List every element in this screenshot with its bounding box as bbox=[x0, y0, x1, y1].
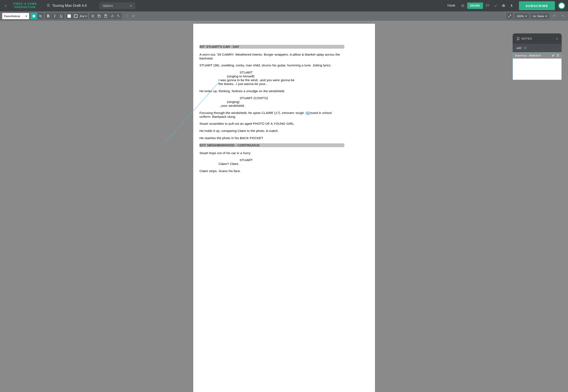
zoom-dropdown[interactable]: 100% ▼ bbox=[514, 13, 529, 19]
workspace[interactable]: INT. STUART'S CAR - DAY A worn-out, '93 … bbox=[0, 21, 568, 392]
scene-numbers-dropdown[interactable]: #s: None ▼ bbox=[531, 13, 549, 19]
document-icon bbox=[47, 4, 50, 8]
action-text[interactable]: He looks up, thinking. Notices a smudge … bbox=[200, 89, 344, 93]
avatar[interactable] bbox=[558, 2, 565, 9]
parenthetical[interactable]: (singing to himself) bbox=[227, 74, 291, 78]
action-text[interactable]: Stuart hops out of his car in a hurry. bbox=[200, 151, 344, 155]
zoom-label: 100% bbox=[517, 14, 524, 18]
chevron-down-icon: ▼ bbox=[525, 15, 527, 17]
tag-tool-button[interactable] bbox=[31, 13, 37, 19]
brand[interactable]: VIDEO & GAME PRODUCTION bbox=[10, 2, 40, 9]
dialogue[interactable]: Claire? Claire. bbox=[219, 162, 297, 166]
action-text[interactable]: A worn-out, '93 CAMRY. Weathered interio… bbox=[200, 53, 344, 60]
plus-circle-icon bbox=[523, 46, 527, 50]
paste-button[interactable] bbox=[102, 13, 109, 19]
highlight-color-button[interactable] bbox=[66, 13, 72, 19]
notes-header[interactable]: NOTES › bbox=[513, 33, 562, 44]
add-label: add bbox=[516, 46, 521, 50]
top-bar: ‹ VIDEO & GAME PRODUCTION Touring Man Dr… bbox=[0, 0, 568, 11]
script-page[interactable]: INT. STUART'S CAR - DAY A worn-out, '93 … bbox=[193, 24, 375, 392]
options-dropdown[interactable]: Options ▼ bbox=[99, 2, 135, 9]
notes-panel: NOTES › add Shant Kiraz - 06/06/2019 bbox=[513, 33, 562, 80]
action-span: Focusing through the windshield, he spot… bbox=[200, 111, 332, 118]
find-replace-button[interactable] bbox=[109, 13, 115, 19]
download-icon[interactable] bbox=[508, 2, 515, 9]
pencil-icon[interactable] bbox=[552, 54, 554, 57]
add-note-button[interactable]: add bbox=[513, 44, 562, 52]
note-card-header: Shant Kiraz - 06/06/2019 bbox=[513, 52, 561, 58]
comment-icon[interactable] bbox=[484, 2, 491, 9]
pounds-label: #s: None bbox=[533, 14, 544, 18]
back-button[interactable]: ‹ bbox=[2, 2, 10, 10]
action-text[interactable]: STUART (36), unwitting, cocky, man child… bbox=[200, 63, 344, 67]
notes-title: NOTES bbox=[522, 37, 532, 40]
history-icon[interactable] bbox=[459, 2, 466, 9]
underline-button[interactable]: U bbox=[58, 13, 65, 19]
scene-heading[interactable]: EXT. NEIGHBORHOOD - CONTINUOUS bbox=[200, 143, 344, 147]
share-button[interactable]: SHARE bbox=[467, 2, 483, 9]
print-icon[interactable] bbox=[500, 2, 507, 9]
note-body[interactable] bbox=[513, 58, 561, 80]
action-text[interactable]: Stuart scrambles to pull out an aged PHO… bbox=[200, 122, 344, 126]
character-name[interactable]: STUART (CONT'D) bbox=[240, 96, 291, 100]
action-text[interactable]: He stashes the photo in his BACK POCKET. bbox=[200, 136, 344, 140]
bold-button[interactable]: B bbox=[45, 13, 51, 19]
chevron-down-icon: ▼ bbox=[85, 15, 87, 17]
redo-button[interactable] bbox=[560, 13, 566, 19]
dialogue[interactable]: I was gonna to be the wind...and you wer… bbox=[219, 78, 297, 86]
character-name[interactable]: STUART bbox=[240, 71, 291, 74]
chevron-right-icon[interactable]: › bbox=[556, 36, 558, 41]
note-author: Shant Kiraz - 06/06/2019 bbox=[515, 54, 541, 57]
element-type-label: Parenthetical bbox=[4, 14, 20, 18]
trash-icon[interactable] bbox=[557, 54, 559, 57]
bookmark-icon bbox=[516, 37, 520, 40]
scene-heading[interactable]: INT. STUART'S CAR - DAY bbox=[200, 45, 344, 49]
fullscreen-button[interactable] bbox=[507, 13, 513, 19]
brand-line1: VIDEO & GAME bbox=[13, 2, 37, 6]
dual-dialogue-button[interactable] bbox=[37, 13, 43, 19]
brand-line2: PRODUCTION bbox=[13, 6, 37, 9]
action-text[interactable]: Focusing through the windshield, he spot… bbox=[200, 111, 344, 119]
case-dropdown[interactable]: A a ▼ bbox=[79, 13, 88, 19]
parenthetical[interactable]: (singing) bbox=[227, 100, 291, 104]
case-label: A a bbox=[80, 14, 84, 18]
tour-button[interactable]: TOUR bbox=[444, 2, 458, 9]
dialogue[interactable]: ...your windshield.. bbox=[219, 104, 297, 108]
document-title: Touring Man Draft 4.6 bbox=[52, 4, 87, 8]
facebook-button[interactable]: f bbox=[124, 13, 130, 19]
chevron-down-icon: ▼ bbox=[130, 5, 132, 7]
action-text[interactable]: Claire stops. Scans his face. bbox=[200, 169, 344, 173]
element-type-dropdown[interactable]: Parenthetical ▼ bbox=[2, 13, 29, 19]
spellcheck-button[interactable] bbox=[116, 13, 122, 19]
copy-button[interactable] bbox=[96, 13, 102, 19]
note-pin-icon[interactable]: ▯ bbox=[306, 112, 310, 115]
chevron-down-icon: ▼ bbox=[545, 15, 547, 17]
format-toolbar: Parenthetical ▼ B I U A a ▼ f bbox=[0, 11, 568, 21]
undo-button[interactable] bbox=[551, 13, 558, 19]
cut-button[interactable] bbox=[89, 13, 96, 19]
twitter-button[interactable] bbox=[130, 13, 136, 19]
options-label: Options bbox=[103, 4, 113, 7]
check-icon[interactable] bbox=[492, 2, 499, 9]
action-text[interactable]: He holds it up, comparing Claire to the … bbox=[200, 129, 344, 133]
subscribe-button[interactable]: SUBSCRIBE bbox=[519, 1, 555, 10]
character-name[interactable]: STUART bbox=[240, 158, 291, 162]
text-color-button[interactable] bbox=[72, 13, 79, 19]
italic-button[interactable]: I bbox=[52, 13, 58, 19]
chevron-down-icon: ▼ bbox=[25, 15, 27, 17]
note-card[interactable]: Shant Kiraz - 06/06/2019 bbox=[513, 52, 562, 80]
